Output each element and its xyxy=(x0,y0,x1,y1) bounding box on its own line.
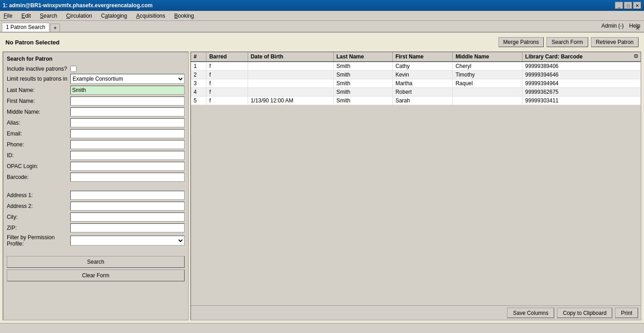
limit-results-label: Limit results to patrons in xyxy=(7,76,70,82)
city-label: City: xyxy=(7,214,70,220)
menu-cataloging[interactable]: Cataloging xyxy=(99,12,129,19)
table-row[interactable]: 3fSmithMarthaRaquel99999394964 xyxy=(191,79,641,88)
first-name-row: First Name: xyxy=(7,97,185,106)
results-table-wrapper[interactable]: # Barred Date of Birth Last Name First N… xyxy=(191,52,641,305)
results-tbody: 1fSmithCathyCheryl999993894062fSmithKevi… xyxy=(191,62,641,105)
print-button[interactable]: Print xyxy=(615,308,638,318)
barcode-row: Barcode: xyxy=(7,173,185,182)
table-row[interactable]: 1fSmithCathyCheryl99999389406 xyxy=(191,62,641,71)
last-name-input[interactable] xyxy=(70,86,185,95)
content-split: Search for Patron Include inactive patro… xyxy=(3,52,641,320)
phone-label: Phone: xyxy=(7,141,70,148)
barcode-input[interactable] xyxy=(70,173,185,182)
address1-label: Address 1: xyxy=(7,192,70,198)
email-input[interactable] xyxy=(70,129,185,138)
table-row[interactable]: 5f1/13/90 12:00 AMSmithSarah99999303411 xyxy=(191,97,641,105)
help-link[interactable]: Help xyxy=(629,23,640,29)
tab-add-button[interactable]: + xyxy=(50,24,60,32)
email-row: Email: xyxy=(7,129,185,138)
zip-row: ZIP: xyxy=(7,223,185,232)
city-row: City: xyxy=(7,212,185,222)
top-right-area: Admin (-) Help xyxy=(601,23,640,29)
opac-login-input[interactable] xyxy=(70,162,185,171)
address2-input[interactable] xyxy=(70,202,185,211)
menu-circulation[interactable]: Circulation xyxy=(64,12,94,19)
results-panel: # Barred Date of Birth Last Name First N… xyxy=(190,52,641,320)
city-input[interactable] xyxy=(70,212,185,222)
search-form-title: Search for Patron xyxy=(7,56,185,62)
main-content: No Patron Selected Merge Patrons Search … xyxy=(0,33,644,323)
title-text: 1: admin@BR1-winxpvmfx.phasefx.evergreen… xyxy=(3,2,152,9)
col-first-name: First Name xyxy=(392,52,453,62)
zip-label: ZIP: xyxy=(7,225,70,231)
limit-results-row: Limit results to patrons in Example Cons… xyxy=(7,74,185,84)
header-row: No Patron Selected Merge Patrons Search … xyxy=(3,35,641,49)
bottom-bar: Save Columns Copy to Clipboard Print xyxy=(191,305,641,320)
id-row: ID: xyxy=(7,151,185,160)
middle-name-row: Middle Name: xyxy=(7,107,185,116)
retrieve-patron-button[interactable]: Retrieve Patron xyxy=(591,37,639,47)
merge-patrons-button[interactable]: Merge Patrons xyxy=(498,37,544,47)
close-button[interactable]: ✕ xyxy=(633,2,641,9)
include-inactive-row: Include inactive patrons? xyxy=(7,66,185,72)
maximize-button[interactable]: □ xyxy=(624,2,632,9)
menu-bar: File Edit Search Circulation Cataloging … xyxy=(0,11,644,21)
alias-label: Alias: xyxy=(7,120,70,126)
tab-patron-search[interactable]: 1 Patron Search xyxy=(2,23,49,32)
filter-profile-row: Filter by Permission Profile: xyxy=(7,234,185,247)
first-name-input[interactable] xyxy=(70,97,185,106)
header-buttons: Merge Patrons Search Form Retrieve Patro… xyxy=(498,37,639,47)
address2-label: Address 2: xyxy=(7,203,70,209)
barcode-label: Barcode: xyxy=(7,174,70,180)
menu-acquisitions[interactable]: Acquisitions xyxy=(134,12,167,19)
last-name-row: Last Name: xyxy=(7,86,185,95)
table-row[interactable]: 2fSmithKevinTimothy99999394646 xyxy=(191,71,641,79)
alias-row: Alias: xyxy=(7,118,185,127)
include-inactive-checkbox[interactable] xyxy=(70,66,77,72)
col-barcode: Library Card: Barcode ⊡ xyxy=(522,52,641,62)
search-panel: Search for Patron Include inactive patro… xyxy=(3,52,189,320)
no-patron-label: No Patron Selected xyxy=(5,39,59,46)
menu-edit[interactable]: Edit xyxy=(20,12,33,19)
address1-input[interactable] xyxy=(70,191,185,200)
save-columns-button[interactable]: Save Columns xyxy=(507,308,554,318)
tab-bar: 1 Patron Search + ✕ xyxy=(0,21,644,33)
alias-input[interactable] xyxy=(70,118,185,127)
clear-form-button[interactable]: Clear Form xyxy=(7,270,185,281)
col-dob: Date of Birth xyxy=(248,52,333,62)
minimize-button[interactable]: _ xyxy=(615,2,623,9)
email-label: Email: xyxy=(7,130,70,137)
filter-profile-select[interactable] xyxy=(70,236,185,246)
copy-to-clipboard-button[interactable]: Copy to Clipboard xyxy=(557,308,612,318)
menu-file[interactable]: File xyxy=(2,12,14,19)
opac-login-label: OPAC Login: xyxy=(7,163,70,169)
middle-name-label: Middle Name: xyxy=(7,109,70,115)
first-name-label: First Name: xyxy=(7,98,70,104)
address2-row: Address 2: xyxy=(7,202,185,211)
status-bar xyxy=(0,323,644,333)
results-table: # Barred Date of Birth Last Name First N… xyxy=(191,52,641,105)
include-inactive-label: Include inactive patrons? xyxy=(7,66,70,72)
menu-booking[interactable]: Booking xyxy=(172,12,195,19)
col-num: # xyxy=(191,52,206,62)
menu-search[interactable]: Search xyxy=(38,12,59,19)
filter-profile-label: Filter by Permission Profile: xyxy=(7,234,70,247)
col-barred: Barred xyxy=(206,52,248,62)
phone-input[interactable] xyxy=(70,140,185,149)
address1-row: Address 1: xyxy=(7,191,185,200)
col-middle-name: Middle Name xyxy=(453,52,522,62)
search-form-button[interactable]: Search Form xyxy=(546,37,588,47)
title-bar: 1: admin@BR1-winxpvmfx.phasefx.evergreen… xyxy=(0,0,644,11)
col-last-name: Last Name xyxy=(333,52,392,62)
id-input[interactable] xyxy=(70,151,185,160)
search-button[interactable]: Search xyxy=(7,256,185,268)
middle-name-input[interactable] xyxy=(70,107,185,116)
zip-input[interactable] xyxy=(70,223,185,232)
table-header-row: # Barred Date of Birth Last Name First N… xyxy=(191,52,641,62)
window-controls: _ □ ✕ xyxy=(615,2,641,9)
phone-row: Phone: xyxy=(7,140,185,149)
table-row[interactable]: 4fSmithRobert99999362675 xyxy=(191,88,641,97)
admin-link[interactable]: Admin (-) xyxy=(601,23,624,29)
id-label: ID: xyxy=(7,152,70,159)
limit-results-select[interactable]: Example Consortium xyxy=(70,74,185,84)
